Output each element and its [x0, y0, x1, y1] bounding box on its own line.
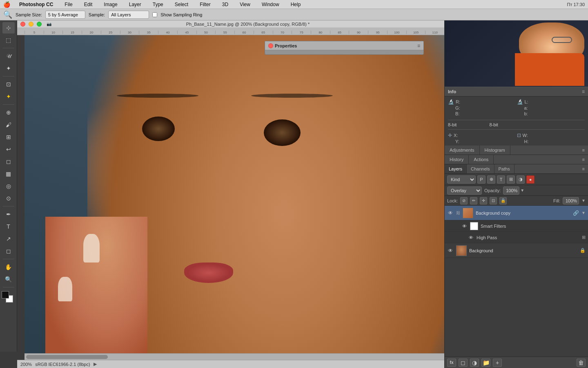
layer-link-icon-background-copy[interactable]: ⛓ — [456, 211, 460, 215]
tab-adjustments[interactable]: Adjustments — [445, 146, 480, 155]
properties-close-button[interactable] — [268, 43, 273, 48]
high-pass-filter-icon[interactable]: ⊞ — [582, 235, 586, 240]
camera-preview — [445, 20, 588, 87]
blend-mode-select[interactable]: Overlay — [447, 186, 482, 195]
scrollbar-horizontal[interactable] — [24, 353, 444, 360]
sample-size-select[interactable]: 5 by 5 Average — [45, 11, 85, 19]
menu-3d[interactable]: 3D — [220, 1, 231, 8]
tab-channels[interactable]: Channels — [467, 164, 494, 173]
tab-spacer — [510, 146, 579, 155]
tool-hand[interactable]: ✋ — [2, 261, 15, 273]
filter-btn-2[interactable]: ⊕ — [487, 175, 495, 184]
tool-wand[interactable]: ✦ — [2, 63, 15, 74]
info-row-r: 🔬 R: — [448, 99, 516, 105]
new-layer-button[interactable]: + — [493, 359, 502, 367]
layer-visibility-background-copy[interactable]: 👁 — [447, 210, 454, 216]
add-group-button[interactable]: 📁 — [481, 359, 490, 367]
menu-select[interactable]: Select — [172, 1, 191, 8]
tool-zoom[interactable]: 🔍 — [2, 274, 15, 285]
properties-menu-icon[interactable]: ≡ — [417, 43, 420, 49]
apple-menu[interactable]: 🍎 — [3, 1, 10, 8]
lock-all-btn[interactable]: 🔒 — [499, 197, 507, 204]
tab-paths[interactable]: Paths — [494, 164, 514, 173]
menu-edit[interactable]: Edit — [82, 1, 95, 8]
eyedropper-icon[interactable]: 🔍 — [3, 10, 12, 19]
menu-photoshop[interactable]: Photoshop CC — [17, 1, 56, 8]
high-pass-filter-row[interactable]: 👁 High Pass ⊞ — [445, 232, 588, 243]
opacity-input[interactable] — [503, 186, 519, 195]
add-mask-button[interactable]: ◻ — [459, 359, 468, 367]
filter-btn-color[interactable]: ● — [526, 175, 535, 184]
tool-pen[interactable]: ✒ — [2, 209, 15, 220]
menu-image[interactable]: Image — [101, 1, 120, 8]
menu-filter[interactable]: Filter — [197, 1, 213, 8]
info-row-b: B: — [448, 111, 516, 116]
history-menu-icon[interactable]: ≡ — [579, 155, 588, 164]
tab-histogram[interactable]: Histogram — [480, 146, 510, 155]
tool-dodge[interactable]: ⊙ — [2, 193, 15, 204]
filter-btn-3[interactable]: T — [497, 175, 505, 184]
tool-marquee[interactable]: ⬚ — [2, 34, 15, 46]
status-arrow-icon[interactable]: ▶ — [94, 361, 97, 367]
smart-filters-row: 👁 Smart Filters — [445, 220, 588, 232]
tool-type[interactable]: T — [2, 221, 15, 232]
menu-view[interactable]: View — [237, 1, 253, 8]
layers-menu-icon[interactable]: ≡ — [579, 164, 588, 173]
layer-expand-icon[interactable]: ▼ — [581, 211, 586, 215]
tool-eraser[interactable]: ◻ — [2, 156, 15, 167]
tab-history[interactable]: History — [445, 155, 469, 164]
fill-stepper[interactable]: ▼ — [581, 198, 586, 203]
tool-eyedropper[interactable]: ✦ — [2, 91, 15, 102]
window-minimize-button[interactable] — [29, 22, 33, 27]
smart-filters-visibility[interactable]: 👁 — [461, 223, 468, 229]
menu-type[interactable]: Type — [150, 1, 166, 8]
lock-pixels-btn[interactable]: ✏ — [470, 197, 477, 204]
opacity-label: Opacity: — [484, 188, 501, 193]
lock-position-btn[interactable]: ✛ — [480, 197, 487, 204]
filter-btn-4[interactable]: ⊞ — [507, 175, 515, 184]
layers-filter-select[interactable]: Kind — [447, 175, 476, 184]
tool-healing[interactable]: ⊕ — [2, 107, 15, 118]
filter-btn-5[interactable]: ◑ — [517, 175, 525, 184]
fill-label: Fill: — [553, 198, 560, 203]
tool-brush[interactable]: 🖌 — [2, 119, 15, 130]
info-panel-menu-icon[interactable]: ≡ — [582, 89, 585, 94]
tool-crop[interactable]: ⊡ — [2, 79, 15, 90]
tab-actions[interactable]: Actions — [469, 155, 494, 164]
tool-history-brush[interactable]: ↩ — [2, 144, 15, 155]
fill-input[interactable] — [563, 197, 579, 204]
layer-background-copy[interactable]: 👁 ⛓ Background copy 🔗 ▼ — [445, 206, 588, 220]
lock-transparent-btn[interactable]: ⊘ — [460, 197, 468, 204]
window-zoom-button[interactable] — [37, 22, 42, 27]
scrollbar-thumb[interactable] — [26, 355, 108, 359]
delete-layer-button[interactable]: 🗑 — [577, 359, 586, 367]
menu-help[interactable]: Help — [288, 1, 303, 8]
tool-lasso[interactable]: 𝒰 — [2, 50, 15, 62]
add-fx-button[interactable]: fx — [447, 359, 456, 367]
add-adjustment-button[interactable]: ◑ — [470, 359, 479, 367]
adjustments-menu-icon[interactable]: ≡ — [579, 146, 588, 155]
filter-btn-1[interactable]: P — [477, 175, 486, 184]
tool-move[interactable]: ⊹ — [2, 22, 15, 34]
window-close-button[interactable] — [20, 22, 25, 27]
canvas-area[interactable] — [24, 35, 444, 360]
tab-layers[interactable]: Layers — [445, 164, 467, 173]
menu-window[interactable]: Window — [259, 1, 282, 8]
menu-file[interactable]: File — [62, 1, 75, 8]
layer-background[interactable]: 👁 Background 🔒 — [445, 243, 588, 258]
tool-blur[interactable]: ◎ — [2, 180, 15, 192]
foreground-color-swatch[interactable] — [2, 291, 9, 298]
opacity-stepper[interactable]: ▼ — [520, 188, 524, 193]
tool-path-select[interactable]: ↗ — [2, 233, 15, 245]
adjustments-tab-row: Adjustments Histogram ≡ — [445, 146, 588, 155]
show-sampling-ring-checkbox[interactable] — [152, 12, 157, 17]
tool-shape[interactable]: ◻ — [2, 245, 15, 257]
high-pass-visibility[interactable]: 👁 — [468, 234, 474, 241]
menu-layer[interactable]: Layer — [127, 1, 144, 8]
tool-gradient[interactable]: ▦ — [2, 168, 15, 180]
layer-visibility-background[interactable]: 👁 — [447, 247, 454, 254]
info-row-h: H: — [517, 139, 585, 144]
lock-artboard-btn[interactable]: ⊡ — [490, 197, 497, 204]
tool-stamp[interactable]: ⊞ — [2, 131, 15, 143]
sample-select[interactable]: All Layers — [108, 11, 149, 19]
